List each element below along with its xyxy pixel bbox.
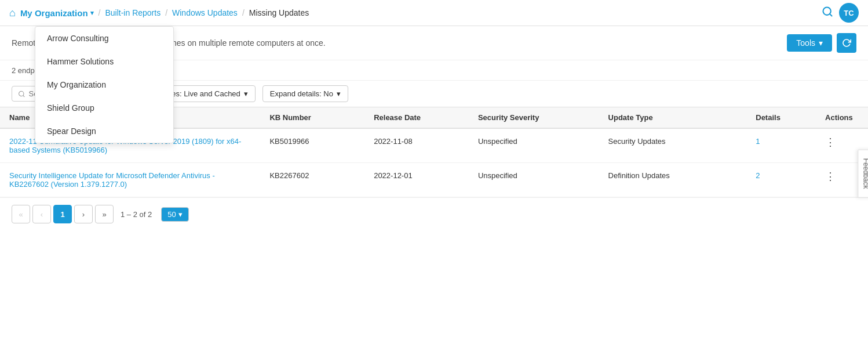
prev-page-button[interactable]: ‹ (32, 205, 51, 223)
next-page-button[interactable]: › (74, 205, 93, 223)
windows-updates-link[interactable]: Windows Updates (172, 8, 238, 17)
expand-details-dropdown[interactable]: Expand details: No ▾ (262, 85, 348, 102)
row-2-details: 2 (746, 163, 816, 197)
row-2-date: 2022-12-01 (364, 163, 469, 197)
feedback-tab[interactable]: Feedback (858, 150, 868, 198)
first-page-button[interactable]: « (12, 205, 30, 223)
row-2-actions-button[interactable]: ⋮ (825, 171, 836, 182)
row-1-details: 1 (746, 128, 816, 163)
row-2-type: Definition Updates (599, 163, 747, 197)
row-2-name: Security Intelligence Update for Microso… (0, 163, 260, 197)
row-1-severity: Unspecified (469, 128, 599, 163)
expand-chevron-icon: ▾ (337, 89, 341, 98)
org-menu-item-myorg[interactable]: My Organization (35, 73, 173, 96)
search-icon[interactable] (822, 6, 833, 20)
nav-separator-3: / (242, 8, 245, 17)
col-header-severity: Security Severity (469, 107, 599, 128)
row-1-type: Security Updates (599, 128, 747, 163)
svg-line-1 (830, 13, 832, 16)
tools-button[interactable]: Tools ▾ (787, 34, 832, 52)
col-header-type: Update Type (599, 107, 747, 128)
svg-line-3 (23, 95, 24, 96)
page-1-button[interactable]: 1 (53, 205, 72, 223)
refresh-button[interactable] (837, 33, 856, 53)
built-in-reports-link[interactable]: Built-in Reports (105, 8, 161, 17)
col-header-details: Details (746, 107, 816, 128)
pagination: « ‹ 1 › » 1 – 2 of 2 50 ▾ (0, 197, 868, 230)
nav-separator-1: / (99, 8, 101, 17)
avatar[interactable]: TC (839, 3, 859, 23)
row-2-kb: KB2267602 (260, 163, 364, 197)
row-1-kb: KB5019966 (260, 128, 364, 163)
per-page-select[interactable]: 50 ▾ (161, 207, 188, 222)
page-info: 1 – 2 of 2 (121, 210, 152, 219)
row-2-details-link[interactable]: 2 (756, 171, 760, 180)
header-right: TC (822, 3, 859, 23)
current-page-title: Missing Updates (249, 8, 309, 17)
col-header-actions: Actions (816, 107, 868, 128)
row-2-name-link[interactable]: Security Intelligence Update for Microso… (9, 171, 215, 189)
row-1-date: 2022-11-08 (364, 128, 469, 163)
row-2-severity: Unspecified (469, 163, 599, 197)
search-input-icon (18, 90, 25, 98)
org-dropdown-trigger[interactable]: My Organization ▾ (20, 8, 94, 18)
header: ⌂ My Organization ▾ / Built-in Reports /… (0, 0, 868, 26)
row-1-details-link[interactable]: 1 (756, 137, 760, 146)
org-menu-item-arrow[interactable]: Arrow Consulting (35, 27, 173, 50)
table-row: Security Intelligence Update for Microso… (0, 163, 868, 197)
home-icon[interactable]: ⌂ (9, 7, 16, 19)
nav-separator-2: / (165, 8, 167, 17)
org-menu-item-hammer[interactable]: Hammer Solutions (35, 50, 173, 73)
chevron-down-icon: ▾ (90, 9, 94, 17)
org-name-label: My Organization (20, 8, 88, 18)
row-1-actions-button[interactable]: ⋮ (825, 137, 836, 147)
responses-chevron-icon: ▾ (244, 89, 248, 98)
org-menu-item-shield[interactable]: Shield Group (35, 96, 173, 120)
col-header-date: Release Date (364, 107, 469, 128)
org-dropdown-menu: Arrow Consulting Hammer Solutions My Org… (35, 26, 174, 143)
tools-chevron-icon: ▾ (819, 38, 823, 48)
org-menu-item-spear[interactable]: Spear Design (35, 120, 173, 143)
col-header-kb: KB Number (260, 107, 364, 128)
per-page-chevron-icon: ▾ (178, 210, 183, 219)
last-page-button[interactable]: » (95, 205, 114, 223)
